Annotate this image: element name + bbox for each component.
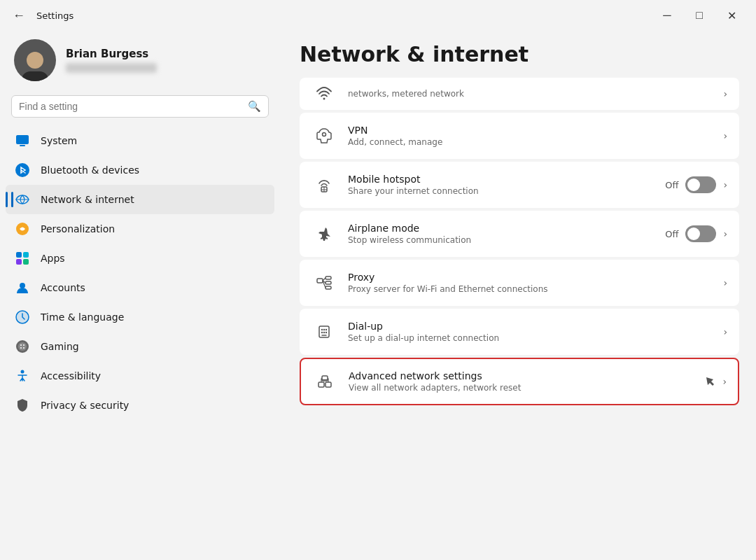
- chevron-icon-dialup: ›: [723, 326, 727, 337]
- avatar-body: [22, 71, 48, 81]
- sidebar-item-bluetooth[interactable]: Bluetooth & devices: [6, 155, 274, 185]
- sidebar-item-privacy-label: Privacy & security: [41, 400, 129, 411]
- svg-rect-24: [326, 281, 331, 284]
- settings-item-advanced-network-title: Advanced network settings: [349, 370, 693, 382]
- settings-item-advanced-network-right: ›: [704, 376, 727, 387]
- advanced-network-icon: [312, 369, 337, 394]
- settings-item-proxy[interactable]: Proxy Proxy server for Wi-Fi and Etherne…: [300, 260, 739, 306]
- settings-item-airplane-title: Airplane mode: [348, 223, 654, 234]
- sidebar-item-accessibility[interactable]: Accessibility: [6, 361, 274, 391]
- svg-point-13: [23, 344, 24, 346]
- svg-point-15: [23, 347, 24, 349]
- svg-rect-39: [326, 382, 331, 387]
- app-body: Brian Burgess 🔍 System: [0, 28, 756, 560]
- settings-item-dialup[interactable]: Dial-up Set up a dial-up internet connec…: [300, 309, 739, 355]
- chevron-icon-wifi: ›: [723, 88, 727, 99]
- sidebar-item-gaming[interactable]: Gaming: [6, 332, 274, 361]
- user-section: Brian Burgess: [0, 28, 280, 92]
- sidebar-item-system-label: System: [41, 135, 77, 146]
- avatar: [14, 39, 56, 81]
- settings-item-hotspot-right[interactable]: Off ›: [665, 176, 727, 193]
- settings-item-proxy-text: Proxy Proxy server for Wi-Fi and Etherne…: [348, 272, 712, 294]
- sidebar-item-apps-label: Apps: [41, 253, 65, 264]
- svg-rect-23: [326, 276, 331, 279]
- nav-list: System Bluetooth & devices: [0, 126, 280, 420]
- settings-item-airplane-desc: Stop wireless communication: [348, 235, 654, 245]
- svg-point-34: [323, 332, 325, 333]
- sidebar-item-accounts[interactable]: Accounts: [6, 273, 274, 302]
- svg-point-12: [20, 344, 22, 346]
- settings-item-dialup-text: Dial-up Set up a dial-up internet connec…: [348, 321, 712, 343]
- svg-rect-5: [23, 252, 29, 258]
- hotspot-toggle[interactable]: [685, 176, 716, 193]
- content-area: Network & internet networks, metered net…: [283, 28, 756, 560]
- hotspot-icon: [312, 172, 337, 197]
- sidebar-item-accessibility-label: Accessibility: [41, 370, 101, 382]
- sidebar-item-system[interactable]: System: [6, 126, 274, 155]
- sidebar-item-personalization[interactable]: Personalization: [6, 214, 274, 244]
- minimize-button[interactable]: ─: [651, 4, 683, 27]
- airplane-toggle[interactable]: [685, 225, 716, 242]
- settings-item-hotspot[interactable]: Mobile hotspot Share your internet conne…: [300, 162, 739, 208]
- settings-item-proxy-desc: Proxy server for Wi-Fi and Ethernet conn…: [348, 284, 712, 294]
- svg-rect-6: [16, 259, 22, 265]
- search-icon: 🔍: [248, 100, 261, 113]
- titlebar-title: Settings: [36, 10, 74, 21]
- settings-item-vpn-title: VPN: [348, 125, 712, 136]
- network-icon: [14, 191, 31, 208]
- settings-item-hotspot-desc: Share your internet connection: [348, 186, 654, 196]
- avatar-person: [20, 46, 50, 81]
- settings-item-airplane-text: Airplane mode Stop wireless communicatio…: [348, 223, 654, 245]
- chevron-icon-vpn: ›: [723, 130, 727, 141]
- settings-item-vpn[interactable]: VPN Add, connect, manage ›: [300, 113, 739, 159]
- settings-item-vpn-text: VPN Add, connect, manage: [348, 125, 712, 147]
- user-info: Brian Burgess: [66, 48, 157, 73]
- sidebar-item-gaming-label: Gaming: [41, 341, 79, 352]
- settings-item-wifi-partial[interactable]: networks, metered network ›: [300, 78, 739, 110]
- settings-item-dialup-title: Dial-up: [348, 321, 712, 332]
- settings-item-airplane-right[interactable]: Off ›: [665, 225, 727, 242]
- svg-rect-4: [16, 252, 22, 258]
- svg-rect-37: [318, 382, 324, 387]
- titlebar-controls: ─ □ ✕: [651, 4, 748, 27]
- gaming-icon: [14, 338, 31, 355]
- avatar-head: [27, 52, 43, 69]
- titlebar-left: ← Settings: [8, 7, 74, 24]
- sidebar: Brian Burgess 🔍 System: [0, 28, 280, 560]
- active-indicator: [6, 192, 8, 207]
- sidebar-item-time[interactable]: Time & language: [6, 302, 274, 332]
- settings-item-vpn-desc: Add, connect, manage: [348, 137, 712, 147]
- sidebar-item-network-label: Network & internet: [41, 194, 134, 205]
- chevron-icon-advanced-network: ›: [722, 376, 727, 387]
- accessibility-icon: [14, 368, 31, 384]
- search-box[interactable]: 🔍: [11, 95, 269, 118]
- vpn-icon: [312, 123, 337, 148]
- svg-rect-25: [326, 286, 331, 289]
- sidebar-item-network[interactable]: Network & internet: [6, 185, 274, 214]
- time-icon: [14, 309, 31, 326]
- settings-item-dialup-right: ›: [723, 326, 727, 337]
- maximize-button[interactable]: □: [683, 4, 715, 27]
- page-title: Network & internet: [300, 28, 739, 78]
- sidebar-item-privacy[interactable]: Privacy & security: [6, 391, 274, 420]
- settings-item-airplane[interactable]: Airplane mode Stop wireless communicatio…: [300, 211, 739, 257]
- svg-point-14: [20, 347, 22, 349]
- svg-rect-1: [20, 145, 25, 146]
- settings-item-wifi-text: networks, metered network: [348, 89, 712, 99]
- apps-icon: [14, 250, 31, 267]
- svg-rect-7: [23, 259, 29, 265]
- sidebar-item-apps[interactable]: Apps: [6, 244, 274, 273]
- bluetooth-icon: [14, 162, 31, 178]
- hotspot-toggle-label: Off: [665, 180, 678, 190]
- settings-item-proxy-right: ›: [723, 277, 727, 288]
- search-input[interactable]: [19, 101, 242, 112]
- settings-item-vpn-right: ›: [723, 130, 727, 141]
- svg-point-35: [326, 332, 327, 333]
- svg-point-32: [326, 329, 327, 330]
- back-button[interactable]: ←: [8, 7, 29, 24]
- settings-item-advanced-network[interactable]: Advanced network settings View all netwo…: [300, 358, 739, 405]
- svg-point-8: [20, 283, 25, 288]
- svg-point-30: [321, 329, 323, 330]
- close-button[interactable]: ✕: [715, 4, 748, 27]
- sidebar-item-accounts-label: Accounts: [41, 282, 85, 293]
